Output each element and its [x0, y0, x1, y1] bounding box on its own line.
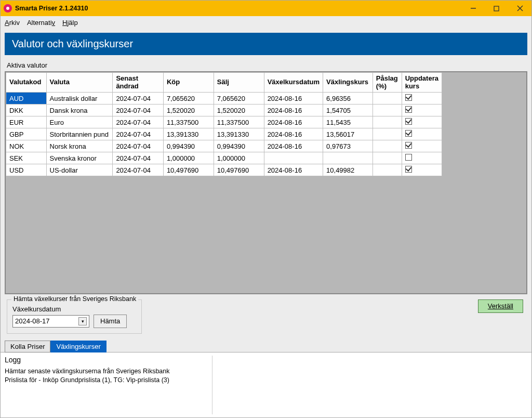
cell-vaxlingskurs[interactable]: 11,5435 — [323, 116, 373, 128]
cell-valuta[interactable]: Svenska kronor — [46, 152, 113, 164]
cell-paslag[interactable] — [373, 128, 402, 140]
cell-valutakod[interactable]: USD — [6, 164, 47, 176]
cell-salj[interactable]: 13,391330 — [214, 128, 264, 140]
col-vaxelkursdatum[interactable]: Växelkursdatum — [264, 73, 323, 93]
cell-vaxelkursdatum[interactable]: 2024-08-16 — [264, 164, 323, 176]
col-vaxlingskurs[interactable]: Växlingskurs — [323, 73, 373, 93]
update-checkbox[interactable] — [405, 94, 412, 101]
maximize-button[interactable] — [485, 1, 508, 16]
cell-paslag[interactable] — [373, 164, 402, 176]
cell-vaxlingskurs[interactable] — [323, 152, 373, 164]
table-row[interactable]: EUREuro2024-07-0411,33750011,3375002024-… — [6, 116, 442, 128]
cell-valutakod[interactable]: EUR — [6, 116, 47, 128]
cell-kop[interactable]: 1,520020 — [163, 104, 214, 116]
menu-hjalp[interactable]: Hjälp — [62, 19, 78, 27]
table-row[interactable]: AUDAustralisk dollar2024-07-047,0656207,… — [6, 93, 442, 104]
cell-paslag[interactable] — [373, 93, 402, 104]
cell-valutakod[interactable]: DKK — [6, 104, 47, 116]
cell-kop[interactable]: 10,497690 — [163, 164, 214, 176]
cell-senast[interactable]: 2024-07-04 — [113, 104, 164, 116]
col-valutakod[interactable]: Valutakod — [6, 73, 47, 93]
cell-valuta[interactable]: Storbritannien pund — [46, 128, 113, 140]
cell-uppdatera[interactable] — [402, 116, 442, 128]
cell-salj[interactable]: 7,065620 — [214, 93, 264, 104]
menu-alternativ[interactable]: Alternativ — [27, 19, 55, 27]
update-checkbox[interactable] — [405, 154, 412, 161]
update-checkbox[interactable] — [405, 142, 412, 149]
svg-rect-1 — [494, 6, 499, 11]
tab-vaxlingskurser[interactable]: Växlingskurser — [50, 341, 106, 352]
cell-senast[interactable]: 2024-07-04 — [113, 116, 164, 128]
cell-uppdatera[interactable] — [402, 152, 442, 164]
table-row[interactable]: NOKNorsk krona2024-07-040,9943900,994390… — [6, 140, 442, 152]
cell-uppdatera[interactable] — [402, 104, 442, 116]
cell-paslag[interactable] — [373, 104, 402, 116]
cell-vaxelkursdatum[interactable]: 2024-08-16 — [264, 116, 323, 128]
menu-arkiv[interactable]: Arkiv — [5, 19, 20, 27]
cell-kop[interactable]: 7,065620 — [163, 93, 214, 104]
cell-kop[interactable]: 1,000000 — [163, 152, 214, 164]
cell-salj[interactable]: 1,520020 — [214, 104, 264, 116]
cell-vaxlingskurs[interactable]: 6,96356 — [323, 93, 373, 104]
cell-kop[interactable]: 11,337500 — [163, 116, 214, 128]
cell-uppdatera[interactable] — [402, 128, 442, 140]
fetch-date-input[interactable]: 2024-08-17 ▾ — [12, 315, 89, 328]
cell-valuta[interactable]: US-dollar — [46, 164, 113, 176]
col-kop[interactable]: Köp — [163, 73, 214, 93]
cell-paslag[interactable] — [373, 116, 402, 128]
cell-vaxelkursdatum[interactable] — [264, 152, 323, 164]
update-checkbox[interactable] — [405, 166, 412, 173]
cell-senast[interactable]: 2024-07-04 — [113, 128, 164, 140]
update-checkbox[interactable] — [405, 118, 412, 125]
cell-senast[interactable]: 2024-07-04 — [113, 164, 164, 176]
cell-uppdatera[interactable] — [402, 164, 442, 176]
cell-valutakod[interactable]: NOK — [6, 140, 47, 152]
close-button[interactable] — [508, 1, 531, 16]
cell-senast[interactable]: 2024-07-04 — [113, 152, 164, 164]
cell-senast[interactable]: 2024-07-04 — [113, 93, 164, 104]
apply-button[interactable]: Verkställ — [478, 299, 523, 313]
table-row[interactable]: USDUS-dollar2024-07-0410,49769010,497690… — [6, 164, 442, 176]
minimize-button[interactable] — [461, 1, 485, 16]
cell-valuta[interactable]: Norsk krona — [46, 140, 113, 152]
cell-valutakod[interactable]: SEK — [6, 152, 47, 164]
cell-paslag[interactable] — [373, 140, 402, 152]
cell-paslag[interactable] — [373, 152, 402, 164]
fetch-button[interactable]: Hämta — [94, 315, 127, 328]
cell-kop[interactable]: 13,391330 — [163, 128, 214, 140]
cell-vaxlingskurs[interactable]: 1,54705 — [323, 104, 373, 116]
date-dropdown-icon[interactable]: ▾ — [78, 317, 87, 325]
table-row[interactable]: DKKDansk krona2024-07-041,5200201,520020… — [6, 104, 442, 116]
table-row[interactable]: GBPStorbritannien pund2024-07-0413,39133… — [6, 128, 442, 140]
col-valuta[interactable]: Valuta — [46, 73, 113, 93]
cell-vaxelkursdatum[interactable]: 2024-08-16 — [264, 93, 323, 104]
currency-table[interactable]: Valutakod Valuta Senaständrad Köp Sälj V… — [6, 72, 442, 176]
cell-valutakod[interactable]: GBP — [6, 128, 47, 140]
cell-uppdatera[interactable] — [402, 93, 442, 104]
cell-vaxelkursdatum[interactable]: 2024-08-16 — [264, 104, 323, 116]
cell-kop[interactable]: 0,994390 — [163, 140, 214, 152]
cell-uppdatera[interactable] — [402, 140, 442, 152]
cell-valuta[interactable]: Dansk krona — [46, 104, 113, 116]
cell-vaxelkursdatum[interactable]: 2024-08-16 — [264, 128, 323, 140]
cell-salj[interactable]: 0,994390 — [214, 140, 264, 152]
cell-vaxlingskurs[interactable]: 10,49982 — [323, 164, 373, 176]
cell-salj[interactable]: 11,337500 — [214, 116, 264, 128]
cell-salj[interactable]: 10,497690 — [214, 164, 264, 176]
col-senast-andrad[interactable]: Senaständrad — [113, 73, 164, 93]
cell-valutakod[interactable]: AUD — [6, 93, 47, 104]
cell-senast[interactable]: 2024-07-04 — [113, 140, 164, 152]
cell-vaxlingskurs[interactable]: 0,97673 — [323, 140, 373, 152]
col-salj[interactable]: Sälj — [214, 73, 264, 93]
cell-vaxelkursdatum[interactable]: 2024-08-16 — [264, 140, 323, 152]
col-paslag[interactable]: Påslag(%) — [373, 73, 402, 93]
cell-valuta[interactable]: Euro — [46, 116, 113, 128]
update-checkbox[interactable] — [405, 130, 412, 137]
tab-kolla-priser[interactable]: Kolla Priser — [5, 341, 50, 352]
table-row[interactable]: SEKSvenska kronor2024-07-041,0000001,000… — [6, 152, 442, 164]
cell-vaxlingskurs[interactable]: 13,56017 — [323, 128, 373, 140]
col-uppdatera-kurs[interactable]: Uppdaterakurs — [402, 73, 442, 93]
update-checkbox[interactable] — [405, 106, 412, 113]
cell-valuta[interactable]: Australisk dollar — [46, 93, 113, 104]
cell-salj[interactable]: 1,000000 — [214, 152, 264, 164]
